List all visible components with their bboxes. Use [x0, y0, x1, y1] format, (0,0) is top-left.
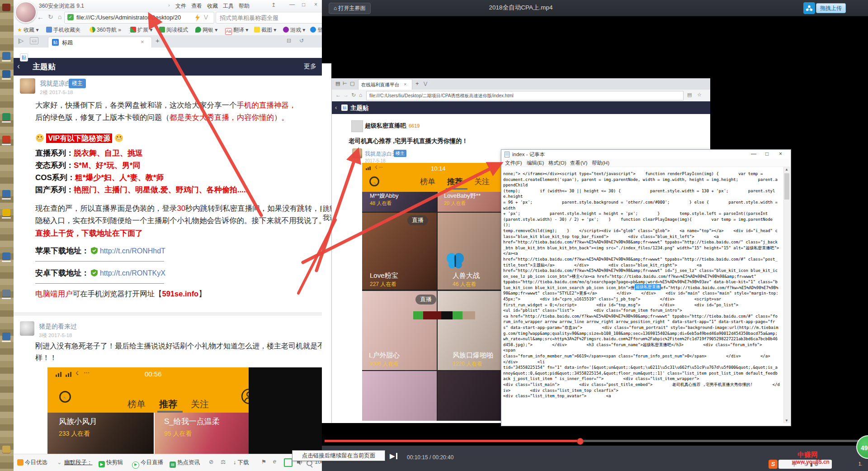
window-icon[interactable]: ▢ [350, 81, 354, 86]
recorded-tab[interactable]: 在线福利直播平台 × [358, 79, 412, 90]
sogou-icon[interactable]: S [769, 460, 778, 469]
desktop-icon[interactable] [2, 209, 10, 216]
desktop-icon[interactable] [2, 4, 10, 11]
menu-format[interactable]: 格式(O) [548, 160, 566, 167]
sidebar-toggle-icon[interactable]: |▷ [18, 38, 24, 44]
desktop-icon[interactable] [2, 113, 10, 120]
new-tab-button[interactable]: + [415, 80, 419, 87]
menu-file[interactable]: 文件 [175, 2, 186, 10]
tab-active[interactable]: 贴 标题 × [48, 37, 152, 48]
ios-download-link[interactable]: http://t.cn/RONHhdT [100, 247, 165, 255]
tab-recommend[interactable]: 推荐 [159, 398, 177, 410]
restore-tab-icon[interactable]: ↺ [299, 38, 304, 44]
search-input[interactable]: 招式简单粗暴称霸全服 [216, 12, 334, 24]
menu-tools[interactable]: 工具 [223, 2, 234, 10]
menu-fav[interactable]: 收藏 [207, 2, 218, 10]
print-icon[interactable]: ▤ [335, 81, 340, 86]
tab-rank[interactable]: 榜单 [420, 176, 435, 187]
stream-card[interactable]: 直播 L户外甜心 3006 人在看 [362, 291, 437, 370]
statusbar-quickcut[interactable]: ▶快剪辑 [99, 459, 123, 467]
bookmark-reader-mode[interactable]: 阅读模式 [159, 26, 188, 34]
avatar[interactable] [15, 1, 37, 23]
desktop-icon[interactable] [2, 52, 10, 59]
play-next-icon[interactable]: ▶ [390, 452, 397, 460]
window-mode-icon[interactable] [284, 458, 292, 467]
maximize-button[interactable]: □ [765, 151, 769, 157]
back-icon[interactable]: ← [37, 13, 44, 21]
scroll-down-icon[interactable]: ▼ [785, 419, 788, 423]
close-button[interactable]: × [314, 1, 317, 8]
home-icon[interactable]: ⌂ [359, 92, 362, 98]
statusbar-download[interactable]: ↓ 下载 [233, 459, 249, 466]
new-tab-button[interactable]: + [156, 37, 160, 44]
minimize-button[interactable]: — [289, 1, 295, 8]
desktop-icon[interactable] [2, 252, 10, 260]
back-icon[interactable]: ← [335, 92, 341, 98]
refresh-icon[interactable]: ↻ [48, 13, 53, 20]
url-dropdown-icon[interactable]: ⋁ [204, 14, 208, 20]
menu-view[interactable]: 查看(V) [570, 160, 587, 167]
more-link[interactable]: 更多 [304, 62, 316, 71]
open-main-ui-button[interactable]: ⌂ 打开主界面 [329, 3, 371, 14]
statusbar-live[interactable]: ▶今日直播 [132, 459, 163, 469]
scroll-up-icon[interactable]: ▲ [785, 167, 788, 171]
tab-follow[interactable]: 关注 [474, 176, 490, 187]
ie-icon[interactable]: e [273, 458, 276, 465]
stream-card[interactable]: 风族小风月 233 人在看 [47, 413, 154, 454]
avatar[interactable] [20, 321, 34, 336]
bookmark-ebank[interactable]: 网银 ▾ [195, 26, 217, 34]
notepad-titlebar[interactable]: index - 记事本 — □ × [501, 150, 790, 159]
desktop-icon[interactable] [2, 190, 10, 197]
progress-handle[interactable] [577, 438, 584, 445]
notepad-code[interactable]: none;"> </iframe></div><script type="tex… [503, 171, 780, 427]
desktop-icon[interactable] [2, 70, 10, 77]
menu-file[interactable]: 文件(F) [505, 160, 522, 167]
bookmark-translate[interactable]: Aa翻译 ▾ [225, 26, 248, 35]
post-author[interactable]: 猪是的看来过 [39, 323, 77, 331]
bookmark-extensions[interactable]: 扩展 ▾ [130, 26, 152, 34]
stream-card[interactable]: S_给我一点温柔 95 人在看 [155, 413, 261, 454]
pin-tab-icon[interactable]: ⊢ [343, 81, 347, 86]
forum-avatar[interactable] [351, 120, 363, 132]
forward-icon[interactable]: → [343, 92, 349, 98]
statusbar-hotnews[interactable]: ▤热点资讯 [170, 459, 200, 468]
bookmark-games[interactable]: 游戏 ▾ [283, 26, 305, 34]
upload-tray-icon[interactable]: ↥ [271, 2, 276, 8]
back-icon[interactable]: ‹ [335, 104, 337, 111]
desktop-icon[interactable] [2, 290, 10, 297]
bookmark-360nav[interactable]: 360导航 » [90, 26, 121, 34]
flag-icon[interactable]: ⚑ [261, 458, 266, 465]
stream-card[interactable]: M**嫂Abby 48 人在看 [362, 192, 437, 212]
minimize-button[interactable]: — [751, 151, 756, 157]
favorite-star-icon[interactable]: ☆ [697, 92, 702, 98]
recorded-url-field[interactable]: file:///C:/Users/liu/Desktop/二期项目/CPA诱惑模… [366, 91, 684, 100]
url-field[interactable]: ✓ file:///C:/Users/Administrator/Desktop… [64, 12, 214, 24]
menu-edit[interactable]: 编辑(E) [527, 160, 544, 167]
tab-close-icon[interactable]: × [404, 81, 406, 87]
avatar[interactable] [352, 148, 362, 158]
avatar[interactable] [20, 78, 35, 94]
home-icon[interactable]: ⌂ [58, 13, 61, 20]
drag-upload-button[interactable]: 拖拽上传 [816, 3, 846, 13]
tab-follow[interactable]: 关注 [191, 398, 209, 410]
url-text[interactable]: file:///C:/Users/Administrator/Desktop/2… [76, 14, 192, 21]
tab-rank[interactable]: 榜单 [127, 398, 146, 410]
search-icon[interactable] [369, 176, 379, 186]
menu-view[interactable]: 查看 [191, 2, 202, 10]
desktop-icon[interactable] [2, 333, 10, 340]
ad-block-icon[interactable]: ⚖ [221, 458, 226, 465]
chevron-down-icon[interactable]: ⌄ [57, 459, 61, 466]
scrollbar[interactable]: ▲ ▼ [783, 167, 790, 423]
tab-list-icon[interactable]: ⊟ [287, 38, 291, 44]
chevron-right-icon[interactable]: › [168, 2, 170, 8]
site-safety-shield-icon[interactable]: ✓ [67, 14, 74, 20]
tab-recommend[interactable]: 推荐 [447, 176, 462, 187]
statusbar-jokes[interactable]: 幽默段子： [64, 459, 93, 466]
close-button[interactable]: × [779, 151, 782, 157]
desktop-icon[interactable] [2, 136, 10, 143]
tab-close-icon[interactable]: × [141, 38, 144, 45]
speed-icon[interactable]: ⊘ [209, 458, 213, 465]
statusbar-today-picks[interactable]: 今日优选 [17, 459, 47, 466]
stream-card[interactable] [362, 371, 437, 421]
menu-help[interactable]: 帮助 [239, 2, 250, 10]
